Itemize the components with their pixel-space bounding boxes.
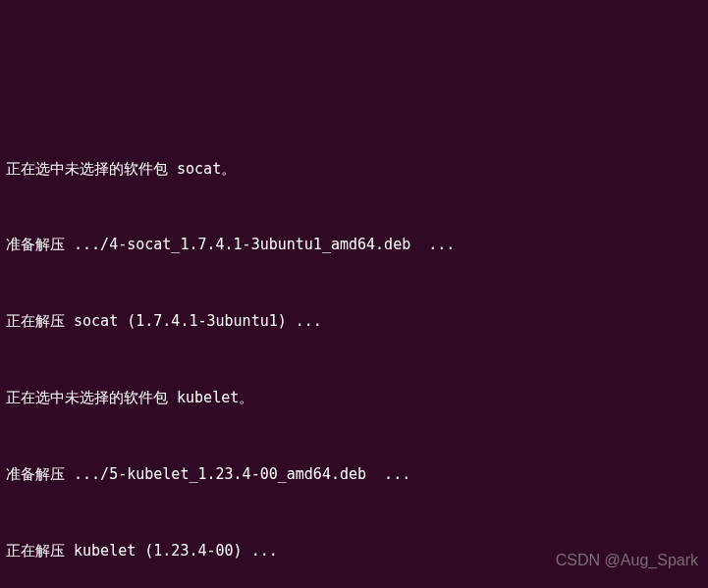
terminal-line: 正在解压 socat (1.7.4.1-3ubuntu1) ... xyxy=(6,309,702,335)
terminal-line: 正在选中未选择的软件包 kubelet。 xyxy=(6,386,702,411)
terminal-line: 正在选中未选择的软件包 socat。 xyxy=(6,157,702,183)
terminal-line: 准备解压 .../5-kubelet_1.23.4-00_amd64.deb .… xyxy=(6,462,702,488)
terminal-line: 准备解压 .../4-socat_1.7.4.1-3ubuntu1_amd64.… xyxy=(6,233,702,258)
terminal-output: 正在选中未选择的软件包 socat。 准备解压 .../4-socat_1.7.… xyxy=(6,106,702,588)
terminal-line: 正在解压 kubelet (1.23.4-00) ... xyxy=(6,539,702,564)
